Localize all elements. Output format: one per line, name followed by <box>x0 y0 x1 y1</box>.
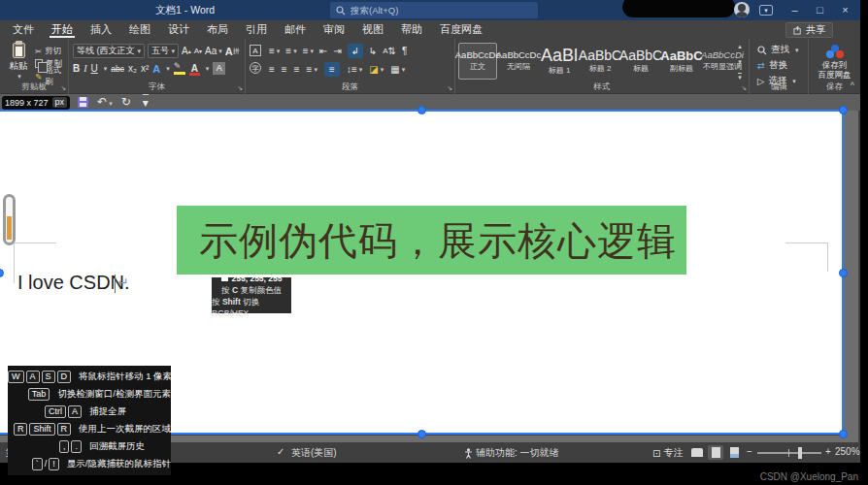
font-color-button[interactable]: A <box>189 63 200 75</box>
bold-button[interactable]: B <box>73 63 80 74</box>
tab-0[interactable]: 文件 <box>4 20 43 39</box>
zoom-out-button[interactable]: − <box>747 446 752 457</box>
font-dialog-launcher[interactable]: ↘ <box>237 84 243 92</box>
change-case-button[interactable]: Aa▾ <box>205 46 222 56</box>
tab-7[interactable]: 邮件 <box>276 20 315 39</box>
shading-button[interactable]: ◪▾ <box>369 64 384 75</box>
character-shading-button[interactable]: A <box>213 62 225 75</box>
font-size-select[interactable]: 五号▾ <box>148 44 179 58</box>
shrink-font-button[interactable]: A▾ <box>194 47 202 55</box>
clipboard-dialog-launcher[interactable]: ↘ <box>60 84 66 92</box>
italic-button[interactable]: I <box>83 63 86 74</box>
strikethrough-button[interactable]: abc <box>111 64 124 74</box>
ribbon-display-options-icon[interactable]: ▾ <box>759 5 773 16</box>
share-button[interactable]: 共享 <box>785 22 833 38</box>
text-effects-button[interactable]: A <box>152 63 160 75</box>
style-card-0[interactable]: AaBbCcDc正文 <box>458 43 497 80</box>
avatar[interactable] <box>734 2 750 17</box>
style-card-2[interactable]: AaBl标题 1 <box>540 43 579 80</box>
increase-indent-button[interactable]: ⇥ <box>333 46 341 56</box>
tab-4[interactable]: 设计 <box>159 20 198 39</box>
save-to-baidu-button[interactable]: 保存到 百度网盘 <box>809 45 860 80</box>
multilevel-list-button[interactable]: ≡▾ <box>303 46 314 56</box>
align-left-button[interactable]: ≡ <box>269 64 275 75</box>
replace-button[interactable]: ⇄替换 <box>757 58 799 73</box>
style-card-3[interactable]: AaBbC标题 2 <box>581 43 619 80</box>
search-input[interactable] <box>351 5 516 16</box>
subscript-button[interactable]: x₂ <box>128 63 137 74</box>
undo-button[interactable]: ↶▾ <box>97 94 113 112</box>
accessibility-status[interactable]: 辅助功能: 一切就绪 <box>464 446 559 460</box>
tab-6[interactable]: 引用 <box>237 20 276 39</box>
zoom-percentage[interactable]: 250% <box>835 446 860 457</box>
character-border-button[interactable]: A <box>250 45 261 56</box>
focus-mode-button[interactable]: ⊡专注 <box>652 446 683 460</box>
cut-button[interactable]: ✂剪切 <box>35 45 68 57</box>
phonetic-guide-button[interactable]: A拼 <box>225 46 240 57</box>
scroll-down-icon[interactable]: ▾ <box>738 58 742 66</box>
zoom-slider-track[interactable] <box>757 452 821 454</box>
tab-5[interactable]: 布局 <box>198 20 237 39</box>
search-box[interactable] <box>330 2 538 18</box>
line-spacing-button[interactable]: ↕≡▾ <box>347 64 362 75</box>
superscript-button[interactable]: x² <box>141 63 149 74</box>
read-mode-button[interactable] <box>689 445 705 460</box>
language-indicator[interactable]: 英语(美国) <box>291 446 337 460</box>
underline-button[interactable]: U <box>91 63 98 74</box>
redo-button[interactable]: ↻ <box>121 94 131 111</box>
tab-8[interactable]: 审阅 <box>315 20 353 39</box>
align-center-button[interactable]: ≡ <box>282 64 287 75</box>
styles-scroll[interactable]: ▴ ▾ ▾ <box>734 43 746 81</box>
tab-10[interactable]: 帮助 <box>392 20 431 39</box>
selection-handle-bottom[interactable] <box>417 430 426 438</box>
selection-handle-bottom-right[interactable] <box>839 430 848 438</box>
annotation-banner[interactable]: 示例伪代码，展示核心逻辑 <box>177 206 686 275</box>
show-marks-button[interactable]: ↲ <box>348 44 363 58</box>
numbering-button[interactable]: ≡▾ <box>285 46 296 56</box>
zoom-slider-thumb[interactable] <box>798 447 802 459</box>
styles-dialog-launcher[interactable]: ↘ <box>741 84 747 92</box>
customize-qat-icon[interactable]: ▾ <box>143 94 149 112</box>
tab-2[interactable]: 插入 <box>82 20 120 39</box>
grow-font-button[interactable]: A▴ <box>182 46 191 56</box>
close-button[interactable]: × <box>833 0 857 20</box>
selection-handle-right[interactable] <box>839 269 848 277</box>
collapse-ribbon-icon[interactable]: ^ <box>851 81 854 90</box>
enclose-characters-button[interactable]: 字 <box>250 62 261 74</box>
style-card-1[interactable]: AaBbCcDc无间隔 <box>499 43 538 80</box>
tab-11[interactable]: 百度网盘 <box>431 20 491 39</box>
px-unit-toggle[interactable]: px <box>52 97 68 108</box>
shortcut-row-5: `/!显示/隐藏捕获的鼠标指针 <box>8 458 171 470</box>
style-card-5[interactable]: AaBbC副标题 <box>662 43 701 80</box>
borders-button[interactable]: ▦▾ <box>390 64 405 75</box>
print-layout-button[interactable] <box>708 445 723 460</box>
spell-check-icon[interactable]: ✓ <box>277 446 284 457</box>
selection-handle-top[interactable] <box>417 106 426 114</box>
paragraph-dialog-launcher[interactable]: ↘ <box>447 84 452 92</box>
tab-1[interactable]: 开始 <box>43 20 82 39</box>
save-icon[interactable] <box>78 97 88 108</box>
maximize-button[interactable]: □ <box>808 0 832 20</box>
minimize-button[interactable]: – <box>783 0 807 20</box>
selection-handle-top-right[interactable] <box>839 106 848 114</box>
web-layout-button[interactable] <box>726 445 742 460</box>
scroll-up-icon[interactable]: ▴ <box>738 43 742 50</box>
decrease-indent-button[interactable]: ⇤ <box>319 46 327 56</box>
align-right-button[interactable]: ≡ <box>294 64 300 75</box>
style-card-4[interactable]: AaBbC标题 <box>621 43 660 80</box>
chevron-down-icon[interactable]: ▾ <box>104 65 108 73</box>
paragraph-mark-button[interactable]: ¶ <box>402 46 407 56</box>
justify-button[interactable]: ≡▾ <box>307 64 317 75</box>
bullets-button[interactable]: ≡▾ <box>269 46 280 56</box>
sort-button[interactable]: A⇅ <box>383 46 396 56</box>
gallery-expand-icon[interactable]: ▾ <box>738 73 742 81</box>
asian-layout-button[interactable]: ↳ <box>369 46 377 56</box>
find-button[interactable]: 查找▾ <box>757 43 799 57</box>
distribute-button[interactable]: ≡ <box>324 62 340 77</box>
zoom-in-button[interactable]: + <box>825 446 831 457</box>
paste-button[interactable]: 粘贴 ▾ <box>4 43 33 85</box>
tab-9[interactable]: 视图 <box>353 20 392 39</box>
font-name-select[interactable]: 等线 (西文正文)▾ <box>73 44 145 58</box>
highlight-color-button[interactable]: ✎ <box>174 63 185 75</box>
tab-3[interactable]: 绘图 <box>120 20 159 39</box>
